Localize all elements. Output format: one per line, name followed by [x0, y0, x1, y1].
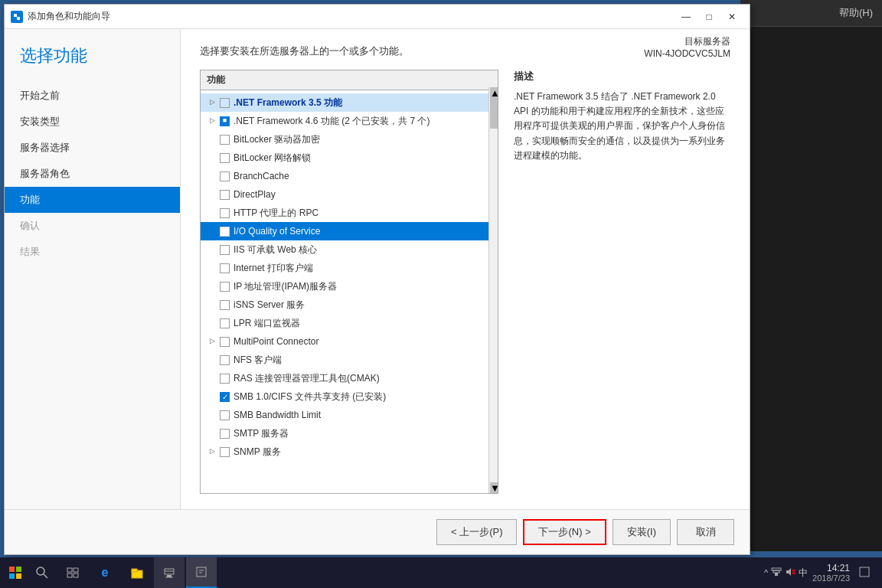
- expander-placeholder: [207, 318, 217, 328]
- title-bar-left: 添加角色和功能向导: [11, 10, 110, 23]
- sidebar-item-features[interactable]: 功能: [5, 187, 180, 213]
- right-panel-header[interactable]: 帮助(H): [740, 0, 882, 27]
- list-item[interactable]: HTTP 代理上的 RPC: [201, 204, 498, 222]
- features-list[interactable]: ▷ .NET Framework 3.5 功能 ▷ ■ .NET Fram: [201, 90, 498, 493]
- list-item[interactable]: I/O Quality of Service: [201, 222, 498, 240]
- svg-rect-9: [74, 568, 78, 572]
- window-icon: [11, 11, 23, 23]
- list-item[interactable]: ▷ ■ .NET Framework 4.6 功能 (2 个已安装，共 7 个): [201, 112, 498, 130]
- expander-icon[interactable]: ▷: [207, 116, 217, 126]
- right-panel: 帮助(H): [740, 0, 882, 551]
- list-item[interactable]: SMB Bandwidth Limit: [201, 406, 498, 424]
- list-item[interactable]: ▷ SNMP 服务: [201, 443, 498, 461]
- sidebar-title: 选择功能: [5, 44, 180, 83]
- description-panel: 描述 .NET Framework 3.5 结合了 .NET Framework…: [514, 70, 730, 494]
- list-item[interactable]: ▷ MultiPoint Connector: [201, 332, 498, 351]
- list-item[interactable]: ✓ SMB 1.0/CIFS 文件共享支持 (已安装): [201, 387, 498, 406]
- checkbox[interactable]: [220, 374, 230, 384]
- checkbox[interactable]: [220, 355, 230, 365]
- dialog-content: 选择功能 开始之前 安装类型 服务器选择 服务器角色 功能 确认 结果 选择要安…: [5, 29, 750, 509]
- checkbox[interactable]: [220, 318, 230, 328]
- tray-expand[interactable]: ^: [764, 568, 768, 577]
- list-item[interactable]: IIS 可承载 Web 核心: [201, 240, 498, 259]
- next-button[interactable]: 下一步(N) >: [523, 519, 606, 545]
- checkbox[interactable]: ■: [220, 116, 230, 126]
- explorer-button[interactable]: [122, 557, 152, 588]
- sidebar-item-start[interactable]: 开始之前: [5, 83, 180, 109]
- expander-placeholder: [207, 391, 217, 402]
- svg-rect-13: [132, 569, 137, 572]
- scroll-up-arrow[interactable]: ▲: [490, 87, 498, 98]
- start-button[interactable]: [0, 557, 31, 588]
- checkbox[interactable]: [220, 153, 230, 163]
- scroll-down-arrow[interactable]: ▼: [490, 482, 498, 493]
- clock[interactable]: 14:21 2018/7/23: [812, 563, 850, 583]
- checkbox[interactable]: ✓: [220, 392, 230, 402]
- checkbox[interactable]: [220, 410, 230, 420]
- sidebar-item-install-type[interactable]: 安装类型: [5, 109, 180, 135]
- list-item[interactable]: ▷ .NET Framework 3.5 功能: [201, 93, 498, 112]
- description-text: .NET Framework 3.5 结合了 .NET Framework 2.…: [514, 90, 730, 163]
- checkbox[interactable]: [220, 98, 230, 108]
- wizard-button[interactable]: [186, 557, 217, 588]
- sys-tray[interactable]: ^ 中: [764, 567, 808, 580]
- sidebar-item-server-select[interactable]: 服务器选择: [5, 135, 180, 161]
- prev-button[interactable]: < 上一步(P): [436, 519, 518, 545]
- list-item[interactable]: IP 地址管理(IPAM)服务器: [201, 277, 498, 296]
- feature-label: SMB Bandwidth Limit: [234, 408, 321, 422]
- list-item[interactable]: SMTP 服务器: [201, 424, 498, 443]
- list-item[interactable]: Internet 打印客户端: [201, 259, 498, 277]
- checkbox[interactable]: [220, 282, 230, 292]
- list-item[interactable]: BitLocker 驱动器加密: [201, 130, 498, 149]
- expander-icon[interactable]: ▷: [207, 336, 217, 347]
- feature-label: SMTP 服务器: [234, 426, 289, 440]
- checkbox[interactable]: [220, 447, 230, 457]
- feature-label: BitLocker 网络解锁: [234, 151, 311, 165]
- close-button[interactable]: ✕: [720, 8, 743, 25]
- list-item[interactable]: NFS 客户端: [201, 351, 498, 369]
- ie-button[interactable]: e: [90, 557, 120, 588]
- maximize-button[interactable]: □: [697, 8, 720, 25]
- taskbar-right: ^ 中 14:21: [764, 563, 882, 583]
- checkbox[interactable]: [220, 429, 230, 439]
- main-panel: 选择要安装在所选服务器上的一个或多个功能。 功能 ▷ .NET Framewor…: [181, 29, 750, 509]
- checkbox[interactable]: [220, 227, 230, 237]
- volume-icon[interactable]: [785, 567, 795, 578]
- list-item[interactable]: iSNS Server 服务: [201, 296, 498, 314]
- cancel-button[interactable]: 取消: [677, 519, 734, 545]
- list-item[interactable]: BranchCache: [201, 167, 498, 185]
- list-item[interactable]: BitLocker 网络解锁: [201, 149, 498, 167]
- network-icon[interactable]: [771, 567, 782, 578]
- expander-icon[interactable]: ▷: [207, 446, 217, 457]
- checkbox[interactable]: [220, 208, 230, 218]
- notification-button[interactable]: [854, 566, 874, 580]
- task-view-button[interactable]: [57, 557, 88, 588]
- scrollbar[interactable]: ▲ ▼: [488, 87, 498, 493]
- list-item[interactable]: DirectPlay: [201, 185, 498, 204]
- list-item[interactable]: RAS 连接管理器管理工具包(CMAK): [201, 369, 498, 387]
- search-button[interactable]: [31, 557, 54, 588]
- svg-rect-3: [16, 567, 21, 572]
- install-button[interactable]: 安装(I): [612, 519, 671, 545]
- expander-icon[interactable]: ▷: [207, 97, 217, 108]
- checkbox[interactable]: [220, 337, 230, 347]
- checkbox[interactable]: [220, 263, 230, 273]
- minimize-button[interactable]: —: [675, 8, 697, 25]
- sidebar-item-server-roles[interactable]: 服务器角色: [5, 161, 180, 187]
- feature-label: LPR 端口监视器: [234, 316, 300, 330]
- svg-rect-23: [772, 568, 781, 570]
- checkbox[interactable]: [220, 135, 230, 145]
- scroll-thumb[interactable]: [490, 98, 498, 129]
- language-indicator[interactable]: 中: [799, 567, 808, 580]
- features-list-container: 功能 ▷ .NET Framework 3.5 功能 ▷: [200, 70, 498, 494]
- list-item[interactable]: LPR 端口监视器: [201, 314, 498, 332]
- feature-label: DirectPlay: [234, 188, 276, 201]
- feature-label: .NET Framework 4.6 功能 (2 个已安装，共 7 个): [234, 114, 430, 128]
- checkbox[interactable]: [220, 300, 230, 310]
- server-manager-button[interactable]: [154, 557, 185, 588]
- expander-placeholder: [207, 373, 217, 384]
- server-info-name: WIN-4JODCVC5JLM: [644, 48, 730, 59]
- checkbox[interactable]: [220, 172, 230, 181]
- checkbox[interactable]: [220, 245, 230, 255]
- checkbox[interactable]: [220, 190, 230, 200]
